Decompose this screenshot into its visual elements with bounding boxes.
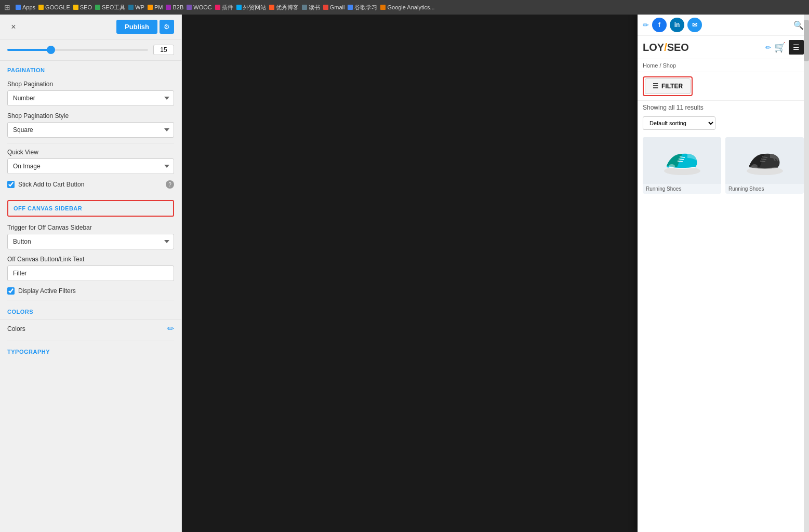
filter-label: FILTER <box>661 83 683 90</box>
sorting-select[interactable]: Default sorting Sort by popularity Sort … <box>643 116 715 130</box>
off-canvas-section-box: OFF CANVAS SIDEBAR <box>7 200 174 217</box>
cart-button[interactable]: 🛒 <box>774 42 786 53</box>
separator1 <box>7 143 174 143</box>
bookmark-wp[interactable]: WP <box>128 4 144 10</box>
colors-section-label: COLORS <box>0 302 181 319</box>
bookmark-gmail[interactable]: Gmail <box>323 4 345 10</box>
trigger-select[interactable]: Button Link <box>7 234 174 249</box>
bookmark-pm[interactable]: PM <box>148 4 163 10</box>
help-icon[interactable]: ? <box>166 180 174 189</box>
product-name-1: Running Shoes <box>643 184 721 194</box>
colors-label: Colors <box>7 325 25 332</box>
stick-add-checkbox[interactable] <box>7 181 15 188</box>
shop-pagination-style-row: Shop Pagination Style Square Round Defau… <box>0 109 181 141</box>
bookmark-read[interactable]: 读书 <box>302 4 320 11</box>
preview-area: ✏ f in ✉ 🔍 LOY / SEO ✏ 🛒 ☰ <box>182 15 809 532</box>
results-text: Showing all 11 results <box>638 101 809 114</box>
preview-scrollbar[interactable] <box>804 15 809 532</box>
settings-button[interactable]: ⚙ <box>160 20 174 34</box>
shop-pagination-style-label: Shop Pagination Style <box>7 112 174 119</box>
shop-pagination-label: Shop Pagination <box>7 81 174 88</box>
close-button[interactable]: × <box>7 21 20 33</box>
stick-add-row: Stick Add to Cart Button ? <box>0 177 181 192</box>
nav-icons: ✏ 🛒 ☰ <box>765 40 804 55</box>
button-text-row: Off Canvas Button/Link Text Filter <box>0 252 181 284</box>
slider-value-input[interactable]: 15 <box>153 45 174 55</box>
linkedin-icon[interactable]: in <box>670 18 684 32</box>
separator2 <box>7 300 174 300</box>
preview-breadcrumb: Home / Shop <box>638 59 809 72</box>
filter-lines-icon: ☰ <box>653 83 658 90</box>
bookmark-apps[interactable]: Apps <box>16 4 35 10</box>
product-card-2: Running Shoes <box>725 137 804 194</box>
filter-button-highlight: ☰ FILTER <box>643 76 693 96</box>
slider-track <box>7 49 148 51</box>
trigger-label: Trigger for Off Canvas Sidebar <box>7 224 174 231</box>
slider-thumb <box>47 46 55 54</box>
product-image-2 <box>725 137 804 184</box>
product-name-2: Running Shoes <box>725 184 804 194</box>
product-card-1: Running Shoes <box>643 137 721 194</box>
product-image-1 <box>643 137 721 184</box>
facebook-icon[interactable]: f <box>652 18 667 32</box>
bookmark-trade[interactable]: 外贸网站 <box>236 4 266 11</box>
bookmark-study[interactable]: 谷歌学习 <box>348 4 377 11</box>
preview-logo: LOY / SEO <box>643 42 689 54</box>
preview-box: ✏ f in ✉ 🔍 LOY / SEO ✏ 🛒 ☰ <box>638 15 809 532</box>
bookmark-plugin[interactable]: 插件 <box>215 4 233 11</box>
hamburger-icon: ☰ <box>793 43 800 51</box>
quick-view-row: Quick View On Image On Button Off <box>0 145 181 177</box>
bookmark-seo[interactable]: SEO <box>73 4 92 10</box>
sidebar-panel: × Publish ⚙ 15 PAGINATION Shop Paginatio… <box>0 15 182 532</box>
pagination-section-label: PAGINATION <box>0 61 181 77</box>
scrollbar-thumb <box>804 20 809 61</box>
product-grid: Running Shoes <box>638 134 809 197</box>
bookmark-blog[interactable]: 优秀博客 <box>269 4 299 11</box>
quick-view-select[interactable]: On Image On Button Off <box>7 158 174 174</box>
filter-section: ☰ FILTER <box>638 72 809 101</box>
display-filters-label: Display Active Filters <box>18 287 76 295</box>
colors-row: Colors ✏ <box>0 319 181 338</box>
browser-bar: ⊞ Apps GOOGLE SEO SEO工具 WP PM B2B WOOC 插… <box>0 0 809 15</box>
search-icon[interactable]: 🔍 <box>793 20 804 30</box>
off-canvas-label: OFF CANVAS SIDEBAR <box>14 205 168 211</box>
slider-fill <box>7 49 49 51</box>
bookmark-analytics[interactable]: Google Analytics... <box>380 4 434 10</box>
trigger-row: Trigger for Off Canvas Sidebar Button Li… <box>0 221 181 252</box>
bookmark-b2b[interactable]: B2B <box>166 4 183 10</box>
sorting-row: Default sorting Sort by popularity Sort … <box>638 114 809 134</box>
logo-text: LOY <box>643 42 664 54</box>
shop-pagination-select[interactable]: Number Load More Infinite Scroll <box>7 90 174 106</box>
publish-button[interactable]: Publish <box>116 20 157 34</box>
shop-pagination-style-select[interactable]: Square Round Default <box>7 122 174 138</box>
edit-colors-button[interactable]: ✏ <box>167 324 174 334</box>
bookmark-seo-tool[interactable]: SEO工具 <box>95 4 125 11</box>
display-filters-row: Display Active Filters <box>0 284 181 298</box>
gear-icon: ⚙ <box>164 23 170 31</box>
bookmark-wooc[interactable]: WOOC <box>187 4 211 10</box>
pencil-icon: ✏ <box>167 324 174 333</box>
email-icon[interactable]: ✉ <box>687 18 702 32</box>
shop-pagination-row: Shop Pagination Number Load More Infinit… <box>0 77 181 109</box>
bookmark-google[interactable]: GOOGLE <box>38 4 70 10</box>
filter-button[interactable]: ☰ FILTER <box>645 78 691 94</box>
stick-add-label: Stick Add to Cart Button <box>18 181 84 188</box>
preview-nav: LOY / SEO ✏ 🛒 ☰ <box>638 36 809 59</box>
button-text-label: Off Canvas Button/Link Text <box>7 256 174 263</box>
button-text-input[interactable]: Filter <box>7 265 174 281</box>
sidebar-header: × Publish ⚙ <box>0 15 181 39</box>
pencil-nav-icon: ✏ <box>765 44 771 51</box>
logo-suffix: SEO <box>667 42 689 54</box>
quick-view-label: Quick View <box>7 149 174 156</box>
hamburger-button[interactable]: ☰ <box>789 40 804 55</box>
display-filters-checkbox[interactable] <box>7 287 15 295</box>
preview-social-bar: ✏ f in ✉ 🔍 <box>638 15 809 36</box>
edit-social-icon: ✏ <box>643 21 649 29</box>
slider-area: 15 <box>0 39 181 61</box>
typography-section-label: TYPOGRAPHY <box>0 342 181 359</box>
separator3 <box>7 340 174 340</box>
